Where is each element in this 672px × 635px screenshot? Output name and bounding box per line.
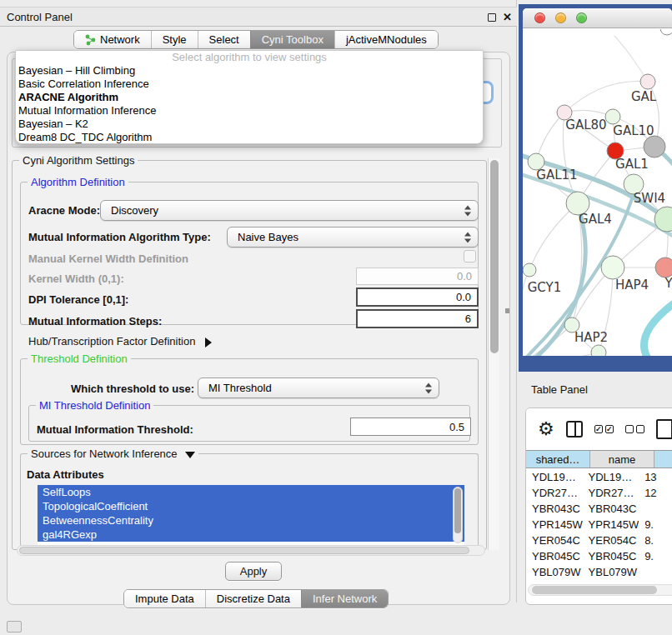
scrollbar-thumb[interactable]	[490, 160, 499, 353]
mi-threshold-label: Mutual Information Threshold:	[37, 423, 193, 436]
hub-definition-expander[interactable]: Hub/Transcription Factor Definition	[28, 335, 212, 348]
minimized-panel-icon[interactable]	[7, 621, 22, 632]
table-horizontal-scrollbar[interactable]	[528, 584, 672, 596]
table-row[interactable]: YBR045CYBR045C9.	[526, 548, 672, 564]
network-node-gal10[interactable]	[605, 109, 620, 124]
algorithm-popup-list: Select algorithm to view settings Bayesi…	[15, 50, 484, 144]
tab-discretize-data[interactable]: Discretize Data	[205, 590, 301, 608]
tab-impute-data[interactable]: Impute Data	[124, 590, 205, 608]
mi-threshold-field[interactable]: 0.5	[350, 418, 471, 436]
manual-kernel-width-checkbox[interactable]	[464, 250, 476, 262]
table-row[interactable]: YBR043CYBR043C	[526, 501, 672, 517]
column-layout-icon[interactable]	[566, 421, 583, 438]
algorithm-option[interactable]: Bayesian – K2	[16, 118, 483, 131]
table-cell: 12	[639, 485, 672, 501]
checked-boxes-icon[interactable]: ✓✓	[594, 425, 614, 433]
network-node[interactable]	[660, 29, 672, 35]
algorithm-option[interactable]: Mutual Information Inference	[16, 104, 483, 118]
network-node-label: GCY1	[528, 280, 562, 295]
tab-infer-network[interactable]: Infer Network	[301, 590, 388, 608]
table-row[interactable]: YER054CYER054C8.	[526, 532, 672, 548]
algorithm-option[interactable]: Bayesian – Hill Climbing	[16, 64, 483, 78]
table-cell: YDR27…	[526, 485, 583, 501]
table-row[interactable]: YPR145WYPR145W9.	[526, 517, 672, 532]
gear-icon[interactable]: ⚙	[538, 420, 554, 438]
network-edge[interactable]	[644, 304, 672, 356]
network-edge[interactable]	[529, 203, 578, 270]
tab-label: Cyni Toolbox	[262, 33, 323, 46]
mac-zoom-button[interactable]	[576, 12, 587, 23]
aracne-mode-label: Aracne Mode:	[28, 204, 100, 217]
which-threshold-combobox[interactable]: MI Threshold	[198, 378, 439, 398]
document-icon[interactable]	[656, 419, 672, 439]
apply-button[interactable]: Apply	[225, 562, 282, 581]
table-cell: YDR27…	[583, 485, 639, 501]
tab-label: Network	[100, 33, 140, 46]
mi-algorithm-type-combobox[interactable]: Naive Bayes	[227, 227, 479, 248]
scrollbar-thumb[interactable]	[19, 547, 469, 554]
attribute-item-selected[interactable]: SelfLoops	[38, 485, 464, 499]
attribute-item-selected[interactable]: BetweennessCentrality	[38, 513, 464, 528]
splitpane-handle[interactable]	[504, 307, 511, 315]
column-header-name[interactable]: name	[590, 451, 654, 468]
settings-vertical-scrollbar[interactable]	[488, 158, 499, 550]
dpi-tolerance-value: 0.0	[456, 291, 471, 303]
table-row[interactable]: YBL079WYBL079W	[526, 564, 672, 580]
table-row[interactable]: YDL19…YDL19…13	[526, 469, 672, 485]
dpi-tolerance-field[interactable]: 0.0	[356, 288, 479, 307]
algorithm-option[interactable]: Basic Correlation Inference	[16, 78, 483, 91]
attribute-item-selected[interactable]: gal4RGexp	[38, 528, 464, 542]
network-node-y[interactable]	[655, 258, 672, 278]
table-cell	[639, 501, 672, 517]
network-node[interactable]	[591, 345, 606, 356]
sources-expander[interactable]: Sources for Network Inference	[28, 448, 198, 460]
kernel-width-label: Kernel Width (0,1):	[28, 272, 124, 285]
mac-minimize-button[interactable]	[555, 12, 566, 23]
unchecked-boxes-icon[interactable]	[625, 425, 644, 433]
tab-style[interactable]: Style	[151, 31, 198, 48]
control-panel-titlebar: Control Panel ✕	[0, 7, 517, 27]
control-panel-tabbar: NetworkStyleSelectCyni ToolboxjActiveMNo…	[73, 30, 439, 49]
column-header[interactable]	[654, 451, 672, 468]
combobox-arrows-icon	[425, 382, 432, 393]
scrollbar-thumb[interactable]	[532, 586, 657, 594]
table-cell: 13	[639, 469, 672, 485]
close-icon[interactable]: ✕	[503, 13, 512, 22]
tab-label: Infer Network	[313, 592, 377, 605]
column-header-shared[interactable]: shared…	[526, 451, 590, 468]
which-threshold-label: Which threshold to use:	[71, 382, 194, 395]
tab-jactivemnodules[interactable]: jActiveMNodules	[334, 31, 438, 48]
float-window-icon[interactable]	[488, 13, 496, 22]
network-edge[interactable]	[614, 36, 648, 82]
attribute-item-selected[interactable]: TopologicalCoefficient	[38, 499, 464, 513]
mi-threshold-definition-title: MI Threshold Definition	[36, 399, 153, 412]
tab-label: jActiveMNodules	[346, 33, 427, 46]
data-attributes-label: Data Attributes	[27, 468, 104, 481]
network-node-gcy1[interactable]	[523, 263, 536, 277]
tab-network[interactable]: Network	[74, 31, 151, 48]
attributes-vertical-scrollbar[interactable]	[453, 487, 463, 543]
network-node-hap4[interactable]	[601, 256, 624, 279]
kernel-width-field[interactable]: 0.0	[356, 268, 479, 285]
mi-steps-field[interactable]: 6	[356, 309, 479, 328]
network-node-label: GAL1	[615, 157, 649, 172]
aracne-mode-combobox[interactable]: Discovery	[100, 200, 479, 221]
kernel-width-value: 0.0	[457, 270, 472, 282]
table-cell: YBR043C	[526, 501, 583, 517]
tab-select[interactable]: Select	[198, 31, 250, 48]
algorithm-option[interactable]: ARACNE Algorithm	[16, 91, 483, 104]
network-canvas[interactable]: GALGAL80GAL10GAL1GAL11SWI4GAL4GCY1HAP4YH…	[523, 29, 672, 356]
network-node[interactable]	[644, 136, 665, 158]
table-row[interactable]: YDR27…YDR27…12	[526, 485, 672, 501]
network-window-titlebar	[523, 8, 672, 28]
mac-close-button[interactable]	[534, 12, 545, 23]
tab-cyni-toolbox[interactable]: Cyni Toolbox	[250, 31, 334, 48]
table-cell: YBL079W	[526, 564, 583, 580]
control-panel-title: Control Panel	[7, 11, 73, 23]
data-attributes-list[interactable]: SelfLoopsTopologicalCoefficientBetweenne…	[38, 485, 464, 545]
table-cell: YBR043C	[583, 501, 639, 517]
settings-horizontal-scrollbar[interactable]	[17, 545, 485, 556]
network-node-gal[interactable]	[640, 74, 655, 89]
algorithm-option[interactable]: Dream8 DC_TDC Algorithm	[16, 131, 483, 144]
scrollbar-thumb[interactable]	[454, 488, 461, 533]
